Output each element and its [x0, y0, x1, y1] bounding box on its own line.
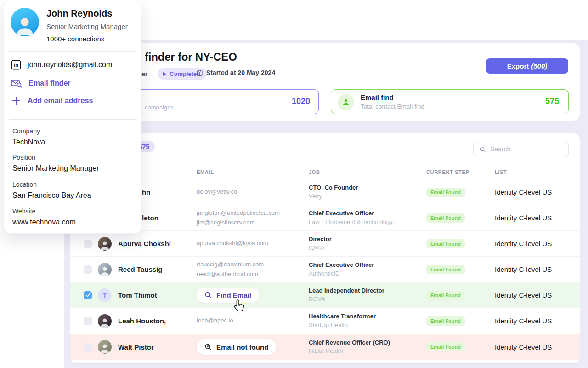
job-company: HiLite Health — [309, 347, 426, 355]
list-name: Identity C-level US — [495, 265, 569, 273]
email-cell: apurva.chokshi@iqvia.com — [197, 239, 309, 248]
svg-text:in: in — [14, 62, 18, 68]
contact-name: Leah Houston, — [118, 317, 197, 325]
campaign-header-card: finder for NY-CEO er Completed Started a… — [70, 43, 580, 121]
job-company: IQVIA — [309, 244, 426, 252]
calendar-icon — [196, 69, 203, 76]
stat-campaigns-caption: campaigns — [145, 104, 174, 111]
job-company: ROVA — [309, 296, 426, 303]
avatar — [98, 237, 112, 251]
job-title: Director — [309, 236, 426, 243]
col-email: EMAIL — [197, 169, 309, 175]
step-badge: Email Found — [426, 265, 465, 274]
email-finder-action[interactable]: Email finder — [11, 77, 71, 89]
divider — [9, 51, 137, 52]
search-input[interactable] — [490, 145, 554, 153]
job-title: Chief Executive Officer — [309, 210, 426, 217]
profile-popup-card: John Reynolds Senior Marketing Manager 1… — [4, 0, 141, 234]
contact-name: Walt Pistor — [118, 343, 197, 351]
profile-connections: 1000+ connections — [46, 35, 104, 43]
email-cell: bejoy@vetty.co — [197, 187, 309, 196]
row-checkbox[interactable] — [84, 291, 92, 299]
step-badge: Email Found — [426, 342, 465, 351]
profile-email-row[interactable]: in john.reynolds@gmail.com — [11, 59, 112, 70]
contact-name: Apurva Chokshi — [118, 240, 197, 247]
row-checkbox[interactable] — [84, 343, 92, 351]
col-step: CURRENT STEP — [426, 169, 495, 175]
search-box[interactable] — [473, 141, 569, 157]
contact-email: reedt@authenticid.com — [197, 270, 309, 279]
job-title: CTO, Co Founder — [309, 184, 426, 191]
table-row[interactable]: Apurva Chokshi apurva.chokshi@iqvia.com … — [70, 231, 580, 257]
job-company: AuthenticID — [309, 270, 426, 277]
stat-card-campaigns: campaigns 1020 — [131, 89, 319, 114]
stat-email-find-value: 575 — [545, 97, 559, 106]
table-header: EMAIL JOB CURRENT STEP LIST — [70, 165, 580, 179]
started-date: Started at 20 May 2024 — [196, 69, 275, 76]
job-title: Chief Executive Officer — [309, 261, 426, 269]
person-icon — [338, 94, 354, 110]
email-cell: leah@hpec.io — [197, 316, 309, 325]
job-title: Healthcare Transformer — [309, 313, 426, 320]
contacts-table-card: 575 EMAIL JOB CURRENT STEP LIST hn bejoy… — [70, 133, 580, 363]
contact-email: jim@aegisfinserv.com — [197, 218, 309, 227]
stat-email-find-title: Email find — [361, 93, 394, 101]
list-name: Identity C-level US — [495, 343, 569, 351]
stat-email-find-caption: Total contact Email find — [361, 103, 424, 110]
list-name: Identity C-level US — [495, 188, 569, 196]
search-icon — [479, 146, 486, 153]
row-checkbox[interactable] — [84, 240, 92, 248]
add-email-label: Add email address — [28, 97, 93, 105]
contact-email: apurva.chokshi@iqvia.com — [197, 239, 309, 248]
list-name: Identity C-level US — [495, 291, 569, 299]
step-badge: Email Found — [426, 239, 465, 248]
linkedin-icon: in — [11, 59, 22, 70]
list-name: Identity C-level US — [495, 214, 569, 222]
website-label: Website — [12, 207, 35, 215]
job-company: StartUp Health — [309, 322, 426, 329]
table-row[interactable]: Walt Pistor Email not found Chief Revenu… — [70, 334, 580, 360]
company-value: TechNova — [12, 138, 45, 146]
job-company: Vetty — [309, 193, 426, 200]
table-row[interactable]: T Tom Thimot Find Email Lead Independent… — [70, 282, 580, 308]
table-body: hn bejoy@vetty.co CTO, Co Founder Vetty … — [70, 179, 580, 360]
step-badge: Email Found — [426, 291, 465, 300]
list-name: Identity C-level US — [495, 240, 569, 247]
page-title: finder for NY-CEO — [145, 51, 237, 63]
job-company: Law Enforcement & Technology... — [309, 218, 426, 226]
table-row[interactable]: hn bejoy@vetty.co CTO, Co Founder Vetty … — [70, 179, 580, 205]
contact-email: leah@hpec.io — [197, 316, 309, 325]
table-row[interactable]: Reed Taussig rtaussig@darwinium.comreedt… — [70, 257, 580, 282]
export-button[interactable]: Export (500) — [486, 58, 568, 74]
avatar: T — [98, 288, 112, 302]
stat-campaigns-value: 1020 — [292, 97, 310, 106]
find-email-button[interactable]: Find Email — [197, 288, 259, 303]
avatar — [98, 314, 112, 328]
campaign-type-label: er — [141, 70, 147, 78]
contact-email: jangleton@unitedpolicefcu.com — [197, 208, 309, 218]
email-cell: Find Email — [197, 288, 309, 303]
email-cell: Email not found — [197, 339, 309, 355]
company-label: Company — [12, 127, 40, 135]
job-title: Chief Revenue Officer (CRO) — [309, 339, 426, 346]
add-email-action[interactable]: Add email address — [11, 95, 93, 106]
position-value: Senior Marketing Manager — [12, 164, 99, 172]
stat-card-email-find: Email find Total contact Email find 575 — [331, 89, 569, 114]
search-icon — [204, 291, 212, 299]
email-not-found-button[interactable]: Email not found — [197, 339, 276, 355]
avatar — [98, 340, 112, 354]
row-checkbox[interactable] — [84, 265, 92, 274]
profile-name: John Reynolds — [46, 8, 112, 19]
table-row[interactable]: Leah Houston, leah@hpec.io Healthcare Tr… — [70, 308, 580, 334]
step-badge: Email Found — [426, 188, 465, 197]
contact-email: bejoy@vetty.co — [197, 187, 309, 196]
email-finder-icon — [11, 77, 23, 89]
profile-email: john.reynolds@gmail.com — [28, 61, 112, 69]
play-icon — [163, 72, 166, 76]
contact-name: Reed Taussig — [118, 265, 197, 273]
row-checkbox[interactable] — [84, 317, 92, 325]
step-badge: Email Found — [426, 213, 465, 223]
contact-email: rtaussig@darwinium.com — [197, 260, 309, 269]
table-row[interactable]: leton jangleton@unitedpolicefcu.comjim@a… — [70, 205, 580, 231]
location-label: Location — [12, 181, 37, 188]
